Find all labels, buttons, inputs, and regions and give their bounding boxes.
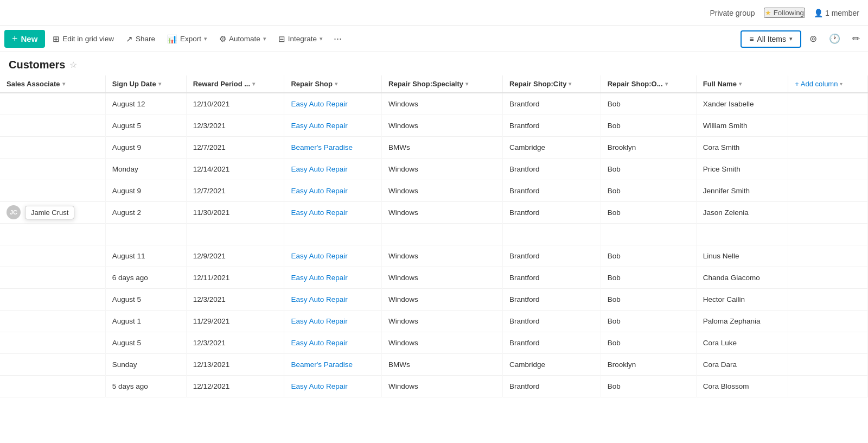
cell-repair-shop[interactable]: Easy Auto Repair bbox=[284, 310, 382, 332]
cell-repair-shop[interactable]: Easy Auto Repair bbox=[284, 115, 382, 136]
cell-add-column bbox=[788, 115, 868, 136]
cell-signup-date: August 9 bbox=[105, 180, 186, 201]
col-repair-shop[interactable]: Repair Shop ▾ bbox=[284, 75, 382, 93]
cell-signup-date: 6 days ago bbox=[105, 267, 186, 288]
cell-full-name: Paloma Zephania bbox=[696, 310, 788, 332]
cell-owner: Bob bbox=[601, 93, 696, 115]
integrate-button[interactable]: ⊟ Integrate ▾ bbox=[273, 31, 328, 47]
cell-city: Brantford bbox=[502, 201, 601, 223]
cell-associate bbox=[0, 93, 105, 115]
cell-repair-shop[interactable]: Easy Auto Repair bbox=[284, 93, 382, 115]
cell-signup-date bbox=[105, 223, 186, 245]
cell-repair-shop[interactable]: Easy Auto Repair bbox=[284, 180, 382, 201]
col-full-name[interactable]: Full Name ▾ bbox=[696, 75, 788, 93]
cell-reward-period: 11/29/2021 bbox=[186, 310, 284, 332]
chevron-down-icon: ▾ bbox=[465, 81, 468, 87]
table-row: August 512/3/2021Easy Auto RepairWindows… bbox=[0, 288, 868, 310]
cell-reward-period: 12/14/2021 bbox=[186, 158, 284, 180]
page-title-area: Customers ☆ bbox=[0, 52, 868, 75]
table-row: August 512/3/2021Easy Auto RepairWindows… bbox=[0, 115, 868, 136]
cell-reward-period: 12/10/2021 bbox=[186, 93, 284, 115]
edit-icon-button[interactable]: ✏ bbox=[848, 30, 864, 47]
col-sales-associate[interactable]: Sales Associate ▾ bbox=[0, 75, 105, 93]
cell-associate bbox=[0, 136, 105, 158]
cell-repair-shop[interactable]: Beamer's Paradise bbox=[284, 353, 382, 375]
cell-add-column bbox=[788, 332, 868, 353]
table-row: August 111/29/2021Easy Auto RepairWindow… bbox=[0, 310, 868, 332]
cell-associate bbox=[0, 180, 105, 201]
chevron-down-icon: ▾ bbox=[263, 35, 266, 42]
col-label: Sign Up Date bbox=[112, 80, 156, 88]
automate-button[interactable]: ⚙ Automate ▾ bbox=[214, 31, 272, 47]
col-repair-shop-owner[interactable]: Repair Shop:O... ▾ bbox=[601, 75, 696, 93]
col-sign-up-date[interactable]: Sign Up Date ▾ bbox=[105, 75, 186, 93]
top-bar: Private group ★ Following 👤 1 member bbox=[0, 0, 868, 26]
customers-table: Sales Associate ▾ Sign Up Date ▾ Reward … bbox=[0, 75, 868, 397]
table-row: 6 days ago12/11/2021Easy Auto RepairWind… bbox=[0, 267, 868, 288]
cell-repair-shop[interactable]: Beamer's Paradise bbox=[284, 136, 382, 158]
cell-reward-period: 12/7/2021 bbox=[186, 180, 284, 201]
cell-associate bbox=[0, 332, 105, 353]
cell-add-column bbox=[788, 180, 868, 201]
person-icon: 👤 bbox=[814, 9, 823, 17]
cell-full-name: Cora Blossom bbox=[696, 375, 788, 397]
col-repair-shop-specialty[interactable]: Repair Shop:Specialty ▾ bbox=[382, 75, 503, 93]
col-reward-period[interactable]: Reward Period ... ▾ bbox=[186, 75, 284, 93]
edit-grid-button[interactable]: ⊞ Edit in grid view bbox=[47, 31, 119, 47]
col-label: Reward Period ... bbox=[193, 80, 250, 88]
cell-owner: Bob bbox=[601, 375, 696, 397]
all-items-button[interactable]: ≡ All Items ▾ bbox=[741, 30, 801, 48]
cell-reward-period: 12/9/2021 bbox=[186, 245, 284, 267]
cell-signup-date: August 5 bbox=[105, 288, 186, 310]
cell-repair-shop[interactable]: Easy Auto Repair bbox=[284, 288, 382, 310]
cell-repair-shop[interactable]: Easy Auto Repair bbox=[284, 158, 382, 180]
more-button[interactable]: ··· bbox=[329, 30, 346, 47]
cell-signup-date: August 12 bbox=[105, 93, 186, 115]
table-row: Monday12/14/2021Easy Auto RepairWindowsB… bbox=[0, 158, 868, 180]
cell-repair-shop[interactable]: Easy Auto Repair bbox=[284, 375, 382, 397]
table-row: August 912/7/2021Beamer's ParadiseBMWsCa… bbox=[0, 136, 868, 158]
col-repair-shop-city[interactable]: Repair Shop:City ▾ bbox=[502, 75, 601, 93]
cell-repair-shop[interactable]: Easy Auto Repair bbox=[284, 201, 382, 223]
cell-city bbox=[502, 223, 601, 245]
cell-city: Cambridge bbox=[502, 353, 601, 375]
cell-specialty: Windows bbox=[382, 245, 503, 267]
page-title: Customers bbox=[9, 59, 65, 71]
export-button[interactable]: 📊 Export ▾ bbox=[162, 31, 213, 47]
col-add-column[interactable]: + Add column ▾ bbox=[788, 75, 868, 93]
share-button[interactable]: ↗ Share bbox=[120, 31, 161, 47]
cell-reward-period: 12/11/2021 bbox=[186, 267, 284, 288]
cell-repair-shop[interactable]: Easy Auto Repair bbox=[284, 267, 382, 288]
cell-specialty: Windows bbox=[382, 201, 503, 223]
col-label: Repair Shop:O... bbox=[608, 80, 663, 88]
toolbar: + New ⊞ Edit in grid view ↗ Share 📊 Expo… bbox=[0, 26, 868, 52]
cell-signup-date: August 11 bbox=[105, 245, 186, 267]
table-row: August 912/7/2021Easy Auto RepairWindows… bbox=[0, 180, 868, 201]
cell-city: Brantford bbox=[502, 267, 601, 288]
all-items-area: ≡ All Items ▾ ⊚ 🕐 ✏ bbox=[741, 30, 864, 48]
cell-owner: Bob bbox=[601, 332, 696, 353]
cell-repair-shop[interactable]: Easy Auto Repair bbox=[284, 245, 382, 267]
integrate-icon: ⊟ bbox=[278, 34, 285, 44]
cell-owner: Bob bbox=[601, 201, 696, 223]
chevron-down-icon: ▾ bbox=[320, 35, 323, 42]
star-icon: ★ bbox=[765, 9, 771, 17]
cell-city: Cambridge bbox=[502, 136, 601, 158]
cell-specialty bbox=[382, 223, 503, 245]
cell-repair-shop[interactable]: Easy Auto Repair bbox=[284, 332, 382, 353]
table-row: JCJamie CrustAugust 211/30/2021Easy Auto… bbox=[0, 201, 868, 223]
private-group-label: Private group bbox=[710, 9, 755, 17]
cell-owner: Bob bbox=[601, 180, 696, 201]
cell-signup-date: August 2 bbox=[105, 201, 186, 223]
cell-city: Brantford bbox=[502, 332, 601, 353]
following-button[interactable]: ★ Following bbox=[764, 8, 805, 18]
new-button[interactable]: + New bbox=[4, 30, 45, 48]
info-icon-button[interactable]: 🕐 bbox=[825, 30, 844, 47]
favorite-star-icon[interactable]: ☆ bbox=[69, 60, 77, 70]
cell-reward-period: 12/7/2021 bbox=[186, 136, 284, 158]
cell-specialty: Windows bbox=[382, 332, 503, 353]
table-row: August 512/3/2021Easy Auto RepairWindows… bbox=[0, 332, 868, 353]
cell-signup-date: Sunday bbox=[105, 353, 186, 375]
automate-icon: ⚙ bbox=[219, 34, 226, 44]
filter-icon-button[interactable]: ⊚ bbox=[806, 30, 821, 47]
